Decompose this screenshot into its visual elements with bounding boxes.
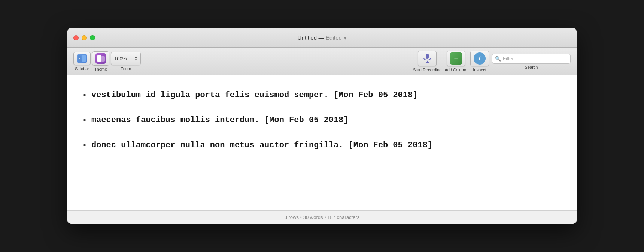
theme-icon — [95, 53, 106, 64]
microphone-icon — [421, 52, 433, 64]
search-toolbar-item: 🔍 Search — [492, 54, 571, 69]
search-label: Search — [525, 65, 538, 69]
search-input[interactable] — [492, 54, 571, 64]
list-item-text: vestibulum id ligula porta felis euismod… — [91, 90, 417, 101]
info-icon: i — [474, 52, 486, 64]
title-chevron[interactable]: ▾ — [344, 36, 346, 41]
list-item-text: donec ullamcorper nulla non metus auctor… — [91, 140, 432, 152]
minimize-button[interactable] — [82, 35, 87, 40]
start-recording-label: Start Recording — [413, 68, 441, 72]
inspect-toolbar-item: i Inspect — [470, 51, 489, 72]
zoom-up-arrow: ▲ — [134, 56, 137, 58]
add-column-icon: + — [450, 52, 462, 64]
app-window: Untitled — Edited ▾ Sidebar — [67, 28, 577, 224]
start-recording-button[interactable] — [418, 51, 437, 66]
zoom-down-arrow: ▼ — [134, 59, 137, 62]
add-column-button[interactable]: + — [447, 51, 465, 66]
zoom-value: 100% — [114, 56, 127, 62]
close-button[interactable] — [73, 35, 79, 40]
bullet-dot: • — [82, 116, 87, 126]
toolbar: Sidebar Theme 100% ▲ ▼ Zoom — [67, 48, 577, 75]
sidebar-toolbar-item: Sidebar — [73, 52, 91, 71]
add-column-label: Add Column — [444, 68, 467, 72]
add-column-toolbar-item: + Add Column — [444, 51, 467, 72]
title-edited: Edited — [326, 34, 342, 41]
svg-rect-4 — [79, 60, 80, 60]
statusbar-text: 3 rows • 30 words • 187 characters — [285, 214, 360, 220]
titlebar: Untitled — Edited ▾ — [67, 28, 577, 48]
inspect-label: Inspect — [473, 68, 486, 72]
svg-rect-2 — [79, 57, 80, 57]
theme-label: Theme — [94, 67, 107, 71]
toolbar-right: Start Recording + Add Column i Inspect 🔍 — [413, 51, 571, 72]
search-wrapper: 🔍 — [492, 54, 571, 64]
search-icon: 🔍 — [495, 56, 501, 62]
bullet-dot: • — [82, 141, 87, 151]
list-item: • maecenas faucibus mollis interdum. [Mo… — [82, 108, 562, 133]
content-area: • vestibulum id ligula porta felis euism… — [67, 75, 577, 210]
list-item: • donec ullamcorper nulla non metus auct… — [82, 133, 562, 158]
bullet-dot: • — [82, 90, 87, 101]
svg-rect-1 — [82, 56, 86, 62]
zoom-toolbar-item: 100% ▲ ▼ Zoom — [111, 52, 141, 71]
window-title: Untitled — Edited ▾ — [298, 34, 347, 41]
sidebar-button[interactable] — [73, 52, 91, 65]
maximize-button[interactable] — [90, 35, 95, 40]
zoom-spinners: ▲ ▼ — [134, 56, 137, 62]
list-item-text: maecenas faucibus mollis interdum. [Mon … — [91, 115, 349, 126]
bullet-list: • vestibulum id ligula porta felis euism… — [82, 83, 562, 158]
traffic-lights — [73, 35, 95, 40]
svg-rect-5 — [426, 54, 429, 59]
theme-toolbar-item: Theme — [92, 51, 109, 71]
svg-rect-3 — [79, 58, 80, 59]
title-text: Untitled — [298, 34, 317, 41]
start-recording-toolbar-item: Start Recording — [413, 51, 441, 72]
sidebar-label: Sidebar — [75, 66, 89, 71]
sidebar-icon — [77, 54, 87, 63]
statusbar: 3 rows • 30 words • 187 characters — [67, 210, 577, 224]
zoom-button[interactable]: 100% ▲ ▼ — [111, 52, 141, 65]
inspect-button[interactable]: i — [470, 51, 489, 66]
theme-button[interactable] — [92, 51, 109, 66]
title-separator: — — [317, 34, 326, 41]
list-item: • vestibulum id ligula porta felis euism… — [82, 83, 562, 108]
zoom-label: Zoom — [121, 66, 131, 71]
